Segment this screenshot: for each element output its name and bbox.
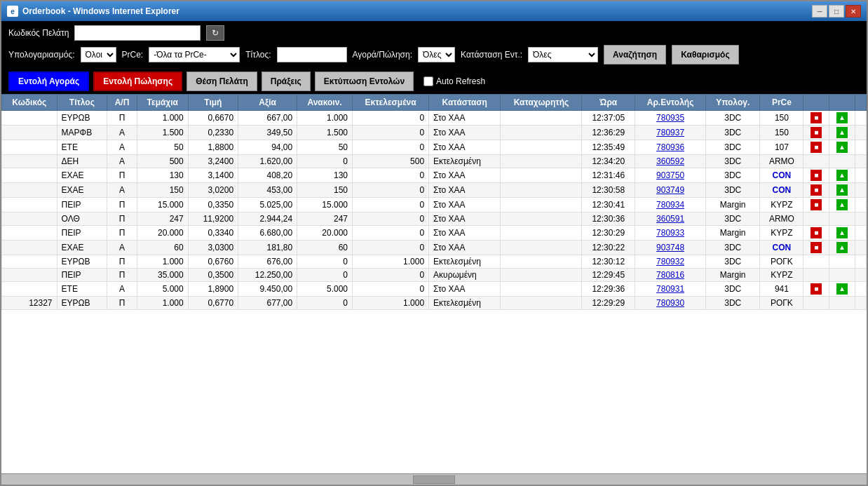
cell-icon1[interactable]: ■ [803, 111, 829, 126]
cell-icon1[interactable]: ■ [803, 126, 829, 140]
cell-icon1[interactable]: ■ [803, 198, 829, 212]
cell-ar-entolis[interactable]: 903748 [635, 241, 706, 255]
cell-ap: Π [107, 226, 137, 241]
cell-ar-entolis[interactable]: 903750 [635, 168, 706, 183]
cancel-icon[interactable]: ■ [811, 242, 822, 253]
cell-scroll [855, 282, 867, 297]
cell-ektel: 0 [353, 126, 429, 140]
cell-ar-entolis[interactable]: 780932 [635, 255, 706, 269]
cell-ar-entolis[interactable]: 780930 [635, 297, 706, 310]
cell-katastasi: Στο ΧΑΑ [429, 126, 501, 140]
clear-button[interactable]: Καθαρισμός [672, 45, 739, 65]
cell-scroll [855, 255, 867, 269]
up-arrow-icon[interactable]: ▲ [836, 112, 848, 123]
close-button[interactable]: ✕ [846, 5, 861, 18]
prce-label: PrCe: [122, 50, 144, 60]
up-arrow-icon[interactable]: ▲ [836, 184, 848, 196]
cell-ar-entolis[interactable]: 780931 [635, 282, 706, 297]
up-arrow-icon[interactable]: ▲ [836, 170, 848, 181]
cell-ar-entolis[interactable]: 360591 [635, 212, 706, 226]
up-arrow-icon[interactable]: ▲ [836, 127, 848, 138]
cell-ora: 12:35:49 [582, 140, 635, 155]
cell-icon2[interactable]: ▲ [829, 226, 855, 241]
minimize-button[interactable]: ─ [812, 5, 827, 18]
cell-icon2[interactable]: ▲ [829, 111, 855, 126]
cell-ar-entolis[interactable]: 780937 [635, 126, 706, 140]
cell-ektel: 0 [353, 282, 429, 297]
cell-anakoin: 1.000 [297, 111, 353, 126]
cell-icon1[interactable]: ■ [803, 282, 829, 297]
cancel-icon[interactable]: ■ [811, 199, 822, 210]
cancel-icon[interactable]: ■ [811, 127, 822, 138]
cell-ar-entolis[interactable]: 903749 [635, 183, 706, 198]
cell-icon1[interactable]: ■ [803, 168, 829, 183]
cell-ap: Π [107, 111, 137, 126]
cell-ora: 12:37:05 [582, 111, 635, 126]
cell-icon2[interactable]: ▲ [829, 183, 855, 198]
buy-sell-select[interactable]: Όλες [418, 47, 455, 62]
cell-ar-entolis[interactable]: 780935 [635, 111, 706, 126]
refresh-icon-button[interactable]: ↻ [206, 25, 224, 41]
prce-select[interactable]: -Όλα τα PrCe- [149, 47, 240, 62]
cell-icon1[interactable]: ■ [803, 183, 829, 198]
cell-ap: Π [107, 212, 137, 226]
cell-anakoin: 247 [297, 212, 353, 226]
up-arrow-icon[interactable]: ▲ [836, 242, 848, 253]
cell-ar-entolis[interactable]: 780816 [635, 269, 706, 282]
sell-order-button[interactable]: Εντολή Πώλησης [93, 72, 182, 91]
cell-ar-entolis[interactable]: 780936 [635, 140, 706, 155]
cell-icon2[interactable]: ▲ [829, 282, 855, 297]
search-button[interactable]: Αναζήτηση [604, 45, 666, 65]
print-orders-button[interactable]: Εκτύπωση Εντολών [315, 72, 414, 91]
title-input[interactable] [277, 47, 347, 62]
cell-icon2[interactable]: ▲ [829, 126, 855, 140]
cancel-icon[interactable]: ■ [811, 142, 822, 153]
up-arrow-icon[interactable]: ▲ [836, 283, 848, 295]
cancel-icon[interactable]: ■ [811, 184, 822, 196]
cell-ar-entolis[interactable]: 360592 [635, 155, 706, 168]
col-ektel: Εκτελεσμένα [353, 95, 429, 111]
cell-ar-entolis[interactable]: 780934 [635, 198, 706, 212]
cell-anakoin: 50 [297, 140, 353, 155]
cell-icon1[interactable]: ■ [803, 226, 829, 241]
orders-table-container[interactable]: Κωδικός Τίτλος Α/Π Τεμάχια Τιμή Αξία Ανα… [1, 94, 867, 473]
cell-icon1 [803, 297, 829, 310]
customer-position-button[interactable]: Θέση Πελάτη [187, 72, 257, 91]
auto-refresh-checkbox[interactable] [423, 76, 433, 86]
up-arrow-icon[interactable]: ▲ [836, 199, 848, 210]
up-arrow-icon[interactable]: ▲ [836, 227, 848, 238]
cell-icon2[interactable]: ▲ [829, 198, 855, 212]
cell-ypolog: Margin [706, 226, 760, 241]
maximize-button[interactable]: □ [829, 5, 844, 18]
cell-temaxia: 50 [137, 140, 188, 155]
customer-code-input[interactable] [74, 25, 201, 41]
status-select[interactable]: Όλες [528, 47, 598, 62]
cell-timi: 3,0300 [188, 241, 238, 255]
cell-icon2[interactable]: ▲ [829, 168, 855, 183]
cell-icon1[interactable]: ■ [803, 241, 829, 255]
cell-axia: 181,80 [238, 241, 297, 255]
cell-icon2[interactable]: ▲ [829, 241, 855, 255]
cancel-icon[interactable]: ■ [811, 227, 822, 238]
cell-icon2 [829, 269, 855, 282]
cell-kodikos [2, 241, 57, 255]
cell-icon2[interactable]: ▲ [829, 140, 855, 155]
cancel-icon[interactable]: ■ [811, 112, 822, 123]
cancel-icon[interactable]: ■ [811, 283, 822, 295]
cell-anakoin: 0 [297, 269, 353, 282]
scrollbar-thumb[interactable] [413, 475, 455, 484]
customer-code-label: Κωδικός Πελάτη [8, 28, 69, 38]
horizontal-scrollbar[interactable] [1, 473, 867, 485]
cell-ypolog: 3DC [706, 183, 760, 198]
cell-temaxia: 247 [137, 212, 188, 226]
cancel-icon[interactable]: ■ [811, 170, 822, 181]
cell-icon1[interactable]: ■ [803, 140, 829, 155]
cell-ypolog: Margin [706, 198, 760, 212]
cell-katax [501, 226, 582, 241]
cell-ora: 12:29:36 [582, 282, 635, 297]
up-arrow-icon[interactable]: ▲ [836, 142, 848, 153]
account-select[interactable]: Όλοι [81, 47, 116, 62]
cell-ar-entolis[interactable]: 780933 [635, 226, 706, 241]
actions-button[interactable]: Πράξεις [262, 72, 311, 91]
buy-order-button[interactable]: Εντολή Αγοράς [8, 72, 89, 91]
